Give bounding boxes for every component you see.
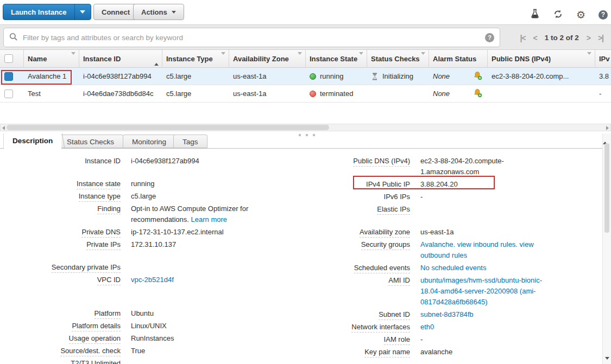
field-value-line: recommendations. — [131, 215, 191, 223]
prev-page-button[interactable]: < — [533, 34, 537, 42]
connect-button[interactable]: Connect — [93, 4, 138, 20]
search-input[interactable] — [23, 34, 485, 42]
field-usage-operation: Usage operation RunInstances — [0, 333, 304, 344]
tab-status-checks[interactable]: Status Checks — [58, 135, 123, 148]
tab-label: Tags — [182, 138, 198, 146]
field-iam-role: IAM role - — [304, 334, 600, 345]
next-page-button[interactable]: > — [587, 34, 590, 42]
sort-down-icon — [221, 55, 225, 63]
column-header-instance-id[interactable]: Instance ID — [79, 50, 162, 67]
field-value: True — [131, 346, 294, 356]
sort-up-icon — [154, 55, 159, 63]
column-label: Name — [28, 55, 47, 63]
ami-id-link[interactable]: 18.04-amd64-server-20200908 (ami- — [420, 286, 594, 297]
field-value: - — [420, 191, 594, 202]
scroll-down-icon[interactable] — [605, 357, 609, 360]
field-label: Platform details — [72, 321, 121, 331]
vpc-id-link[interactable]: vpc-2b521d4f — [131, 274, 294, 285]
field-label: IPv4 Public IP — [366, 180, 410, 189]
network-interface-link[interactable]: eth0 — [420, 322, 594, 333]
field-value: Linux/UNIX — [131, 321, 294, 331]
field-value — [131, 358, 294, 364]
column-header-alarm-status[interactable]: Alarm Status — [429, 50, 488, 67]
tab-label: Description — [12, 137, 53, 145]
field-instance-id: Instance ID i-04c6e938f127ab994 — [0, 156, 304, 167]
column-header-availability-zone[interactable]: Availability Zone — [229, 50, 306, 67]
vertical-scrollbar-thumb[interactable] — [604, 143, 609, 233]
field-network-interfaces: Network interfaces eth0 — [304, 322, 600, 333]
field-platform: Platform Ubuntu — [0, 308, 304, 319]
scroll-up-icon[interactable] — [603, 133, 607, 144]
field-label: Elastic IPs — [377, 205, 410, 215]
column-header-name[interactable]: Name — [24, 50, 79, 67]
learn-more-link[interactable]: Learn more — [191, 215, 227, 223]
chevron-down-icon — [172, 11, 176, 14]
ami-id-link[interactable]: 0817d428a6fb68645) — [420, 297, 594, 308]
row-checkbox[interactable] — [4, 72, 13, 81]
table-row[interactable]: Avalanche 1 i-04c6e938f127ab994 c5.large… — [0, 68, 611, 85]
column-header-ipv4[interactable]: IPv — [595, 50, 611, 67]
launch-instance-button[interactable]: Launch Instance — [3, 8, 74, 16]
toolbar-icons: ⚙ ? — [530, 9, 608, 21]
beaker-icon[interactable] — [530, 9, 540, 21]
field-t2-t3-unlimited: T2/T3 Unlimited — [0, 358, 304, 364]
search-help-icon[interactable]: ? — [485, 33, 494, 42]
field-value: Opt-in to AWS Compute Optimizer for reco… — [131, 203, 294, 225]
tab-tags[interactable]: Tags — [173, 135, 207, 148]
field-label: Secondary private IPs — [52, 263, 121, 273]
create-alarm-bell-icon[interactable] — [473, 71, 482, 82]
table-row[interactable]: Test i-04e6dae738db6d84c c5.large us-eas… — [0, 85, 611, 103]
splitter-handle[interactable] — [299, 134, 315, 136]
field-value: 172.31.10.137 — [131, 239, 294, 250]
tab-description[interactable]: Description — [4, 133, 61, 149]
launch-instance-dropdown[interactable] — [74, 4, 91, 20]
field-label: Network interfaces — [351, 322, 410, 333]
field-label: Instance type — [79, 191, 121, 202]
field-ami-id: AMI ID ubuntu/images/hvm-ssd/ubuntu-bion… — [304, 275, 600, 308]
description-panel: Instance ID i-04c6e938f127ab994 Instance… — [0, 149, 602, 364]
cell-status-checks — [367, 85, 429, 102]
search-box[interactable]: ? — [3, 28, 500, 47]
field-label: Source/dest. check — [60, 346, 121, 356]
column-header-public-dns[interactable]: Public DNS (IPv4) — [488, 50, 595, 67]
field-value: c5.large — [131, 191, 294, 202]
select-all-checkbox[interactable] — [4, 54, 13, 63]
sort-down-icon — [71, 55, 75, 63]
ami-id-link[interactable]: ubuntu/images/hvm-ssd/ubuntu-bionic- — [420, 275, 594, 286]
column-label: Public DNS (IPv4) — [492, 55, 551, 63]
column-header-instance-type[interactable]: Instance Type — [162, 50, 229, 67]
field-value — [131, 262, 294, 273]
field-vpc-id: VPC ID vpc-2b521d4f — [0, 274, 304, 285]
refresh-icon[interactable] — [553, 9, 563, 21]
security-groups-link[interactable]: outbound rules — [420, 250, 594, 261]
field-label: Instance state — [77, 179, 121, 189]
cell-public-dns: ec2-3-88-204-20.comp... — [488, 68, 595, 85]
scheduled-events-link[interactable]: No scheduled events — [420, 263, 594, 273]
last-page-button[interactable]: >| — [598, 34, 603, 42]
field-elastic-ips: Elastic IPs — [304, 204, 600, 215]
alarm-status-label: None — [433, 72, 450, 80]
cell-instance-id: i-04c6e938f127ab994 — [79, 68, 162, 85]
horizontal-scrollbar[interactable] — [0, 124, 611, 131]
create-alarm-bell-icon[interactable] — [473, 88, 482, 99]
alarm-status-label: None — [433, 90, 450, 98]
row-checkbox[interactable] — [4, 90, 13, 98]
gear-icon[interactable]: ⚙ — [576, 10, 585, 20]
tab-monitoring[interactable]: Monitoring — [123, 135, 175, 148]
field-secondary-private-ips: Secondary private IPs — [0, 262, 304, 273]
security-groups-link[interactable]: Avalanche. view inbound rules. view — [420, 239, 594, 250]
help-icon[interactable]: ? — [599, 10, 608, 20]
field-value: 3.88.204.20 — [420, 179, 594, 190]
search-icon — [9, 33, 18, 43]
subnet-id-link[interactable]: subnet-8d3784fb — [420, 309, 594, 320]
field-label: Private DNS — [81, 227, 121, 238]
state-label: running — [320, 72, 343, 80]
scroll-right-icon[interactable] — [606, 126, 609, 130]
first-page-button[interactable]: |< — [520, 34, 525, 42]
horizontal-scrollbar-thumb[interactable] — [7, 125, 329, 130]
scroll-left-icon[interactable] — [2, 126, 5, 130]
actions-button[interactable]: Actions — [133, 4, 184, 20]
column-header-instance-state[interactable]: Instance State — [306, 50, 367, 67]
column-header-status-checks[interactable]: Status Checks — [367, 50, 429, 67]
vertical-scrollbar[interactable] — [602, 133, 611, 364]
